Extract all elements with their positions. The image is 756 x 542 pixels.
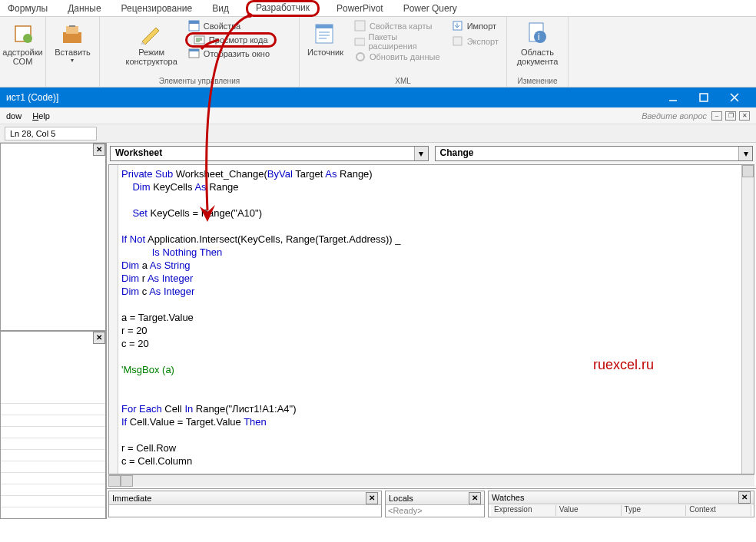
locals-window[interactable]: Locals✕ <Ready> [385,491,485,517]
svg-text:i: i [538,31,540,42]
watches-window[interactable]: Watches✕ Expression Value Type Context [488,491,754,517]
refresh-icon [354,51,366,63]
vbe-title-bar: ист1 (Code)] [0,88,756,107]
tab-data[interactable]: Данные [65,2,104,15]
com-addins-button[interactable]: адстройки COM [0,18,46,68]
close-button[interactable] [719,88,750,107]
xml-source-button[interactable]: Источник [304,18,346,64]
import-button[interactable]: Импорт [449,18,502,34]
svg-rect-15 [453,37,462,45]
maximize-icon [699,93,708,102]
watches-close-button[interactable]: ✕ [738,491,751,504]
group-change-label: Изменение [518,75,558,87]
watches-col-value[interactable]: Value [556,505,622,516]
svg-point-1 [23,34,32,43]
expansion-packs-button[interactable]: Пакеты расширения [351,34,444,49]
ruler-pencil-icon [139,21,164,46]
mdi-controls: – ❐ ✕ [711,111,750,121]
svg-point-13 [356,53,364,61]
group-controls-label: Элементы управления [159,75,240,87]
watches-col-context[interactable]: Context [686,505,751,516]
code-window: Worksheet ▾ Change ▾ Private Sub Workshe… [106,143,756,519]
code-content[interactable]: Private Sub Worksheet_Change(ByVal Targe… [118,165,741,474]
dialog-icon [188,48,201,60]
document-area-button[interactable]: i Область документа [514,18,562,68]
cursor-position: Ln 28, Col 5 [5,127,97,140]
object-dropdown[interactable]: Worksheet ▾ [110,146,429,161]
svg-rect-12 [355,38,365,45]
export-icon [452,35,464,48]
xml-source-icon [313,21,337,46]
vbe-left-panes: ✕ ✕ [0,143,106,519]
procedure-dropdown[interactable]: Change ▾ [435,146,754,161]
svg-point-17 [534,31,546,43]
close-icon [730,93,739,102]
addins-icon [11,21,35,46]
svg-rect-2 [63,32,81,43]
tab-powerpivot[interactable]: PowerPivot [333,2,386,15]
svg-rect-8 [189,49,199,51]
scrollbar-horizontal[interactable] [108,474,754,487]
ribbon: адстройки COM Вставить ▾ Режим конструкт… [0,17,756,88]
import-icon [452,20,464,32]
chevron-down-icon[interactable]: ▾ [738,147,752,160]
tab-review[interactable]: Рецензирование [118,2,196,15]
design-mode-button[interactable]: Режим конструктора [122,18,180,68]
maximize-button[interactable] [688,88,719,107]
chevron-down-icon[interactable]: ▾ [414,147,428,160]
svg-rect-10 [316,25,333,28]
refresh-data-button[interactable]: Обновить данные [351,49,444,64]
tab-formulas[interactable]: Формулы [5,2,51,15]
map-properties-button[interactable]: Свойства карты [351,18,444,34]
insert-control-button[interactable]: Вставить ▾ [51,18,94,65]
properties-close-button[interactable]: ✕ [93,332,105,344]
bottom-panels: Immediate✕ Locals✕ <Ready> Watches✕ Expr… [107,488,756,519]
mdi-minimize[interactable]: – [711,111,722,121]
toolbox-icon [60,21,85,46]
minimize-icon [668,93,678,102]
tab-developer[interactable]: Разработчик [246,0,320,17]
svg-rect-11 [355,21,365,31]
properties-button[interactable]: Свойства [185,18,277,34]
svg-rect-19 [700,94,708,101]
scrollbar-vertical[interactable] [741,165,754,474]
full-view-icon[interactable] [121,475,133,487]
procedure-view-icon[interactable] [108,475,121,487]
menu-help[interactable]: Help [32,111,50,121]
properties-window[interactable]: ✕ [0,331,106,519]
minimize-button[interactable] [658,88,688,107]
code-icon [194,34,206,46]
view-code-button[interactable]: Просмотр кода [185,32,277,48]
properties-icon [188,20,201,32]
vbe-menu-bar: dow Help Введите вопрос – ❐ ✕ [0,107,756,124]
menu-window[interactable]: dow [6,111,22,121]
map-props-icon [354,20,366,32]
project-explorer[interactable]: ✕ [0,143,106,331]
mdi-close[interactable]: ✕ [739,111,750,121]
show-window-button[interactable]: Отобразить окно [185,46,277,61]
watermark: ruexcel.ru [593,357,654,373]
svg-rect-5 [189,21,199,24]
locals-close-button[interactable]: ✕ [469,492,481,504]
vbe-toolbar: Ln 28, Col 5 [0,124,756,143]
export-button[interactable]: Экспорт [449,34,502,49]
help-search-input[interactable]: Введите вопрос [642,111,707,121]
group-xml-label: XML [395,75,411,87]
mdi-restore[interactable]: ❐ [725,111,736,121]
immediate-window[interactable]: Immediate✕ [108,491,382,517]
doc-info-icon: i [525,21,549,46]
watches-col-expression[interactable]: Expression [491,505,556,516]
vbe-body: ✕ ✕ Worksheet ▾ Change ▾ Private Sub Wor… [0,143,756,519]
tab-powerquery[interactable]: Power Query [400,2,460,15]
vbe-title-text: ист1 (Code)] [6,92,58,103]
code-editor[interactable]: Private Sub Worksheet_Change(ByVal Targe… [108,164,754,474]
project-close-button[interactable]: ✕ [93,144,105,156]
svg-rect-3 [66,26,78,34]
tab-view[interactable]: Вид [209,2,232,15]
watches-col-type[interactable]: Type [622,505,687,516]
packs-icon [354,35,366,48]
excel-ribbon-tabs: Формулы Данные Рецензирование Вид Разраб… [0,0,756,17]
immediate-close-button[interactable]: ✕ [366,492,378,504]
